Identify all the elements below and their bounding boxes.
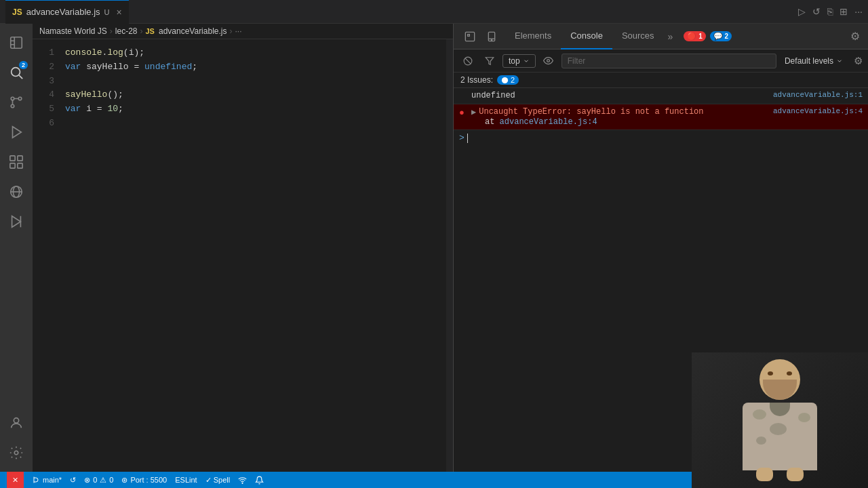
svg-point-28 [242, 483, 243, 483]
svg-point-25 [547, 60, 550, 62]
token-var1: var [65, 60, 86, 75]
run-button[interactable]: ▷ [798, 6, 806, 17]
devtools-settings-button[interactable]: ⚙ [845, 30, 865, 43]
eslint-label: ESLint [175, 476, 197, 484]
layout-button[interactable]: ⊞ [840, 6, 848, 17]
svg-point-4 [18, 97, 22, 100]
warning-count: 0 [109, 476, 113, 484]
error-circle-icon: ● [459, 108, 465, 118]
breadcrumb: Namaste World JS › lec-28 › JS advanceVa… [33, 24, 453, 39]
breadcrumb-file-icon: JS [146, 27, 155, 35]
sidebar-item-search[interactable]: 2 [3, 59, 30, 86]
search-badge: 2 [19, 61, 28, 69]
sidebar-item-run[interactable] [3, 119, 30, 146]
sidebar-item-live[interactable] [3, 208, 30, 235]
breadcrumb-more[interactable]: ··· [235, 26, 241, 36]
svg-point-3 [11, 97, 14, 100]
port-label: Port : 5500 [130, 476, 167, 484]
port-icon: ⊛ [121, 476, 127, 485]
more-actions-button[interactable]: ··· [854, 6, 863, 17]
status-error-indicator[interactable]: ✕ [7, 472, 24, 488]
tab-actions: ▷ ↺ ⎘ ⊞ ··· [798, 6, 863, 17]
status-sync[interactable]: ↺ [70, 476, 76, 485]
editor-tab[interactable]: JS advanceVariable.js U × [5, 0, 129, 24]
sidebar-item-account[interactable] [3, 409, 30, 436]
devtools-tab-sources[interactable]: Sources [612, 24, 664, 49]
code-line-5: var i = 10; [65, 102, 446, 117]
sidebar-item-remote[interactable] [3, 178, 30, 205]
tab-close-button[interactable]: × [117, 7, 122, 18]
person-hands [756, 468, 804, 472]
status-wifi[interactable] [238, 476, 247, 485]
code-line-2: var sayHello = undefined; [65, 60, 446, 75]
filter-toggle-button[interactable] [481, 52, 498, 70]
devtools-icons-left [456, 27, 505, 46]
default-levels-dropdown[interactable]: Default levels [781, 55, 847, 67]
error-row-icon: ● [459, 107, 471, 118]
sidebar-item-extensions[interactable] [3, 148, 30, 176]
sidebar-item-settings[interactable] [3, 439, 30, 466]
breadcrumb-root[interactable]: Namaste World JS [39, 26, 107, 36]
token-num: 10 [107, 102, 118, 117]
split-button[interactable]: ⎘ [827, 6, 833, 17]
status-branch[interactable]: main* [32, 476, 62, 484]
devtools-more-tabs[interactable]: » [664, 31, 677, 42]
svg-marker-24 [486, 57, 494, 64]
console-prompt-row[interactable]: > [454, 130, 868, 146]
code-line-4: sayHello(); [65, 88, 446, 102]
error-icon-status: ⊗ [84, 476, 90, 485]
devtools-tab-elements[interactable]: Elements [505, 24, 561, 49]
person-figure [726, 359, 834, 472]
video-person [692, 352, 868, 472]
devtools-tabs: Elements Console Sources » 🔴 1 💬 2 ⚙ [454, 24, 868, 49]
context-dropdown[interactable]: top [502, 54, 536, 68]
sidebar-bottom [3, 409, 30, 472]
video-overlay [692, 352, 868, 472]
devtools-device-icon[interactable] [482, 27, 501, 46]
person-body [743, 403, 817, 470]
token-console: console [65, 46, 102, 60]
branch-label: main* [43, 476, 62, 484]
error-at-location[interactable]: advanceVariable.js:4 [500, 117, 597, 127]
revert-button[interactable]: ↺ [812, 6, 821, 17]
code-editor[interactable]: 1 2 3 4 5 6 console.log(i); var sayHello… [33, 39, 453, 472]
editor-scrollbar[interactable] [446, 39, 453, 472]
svg-point-21 [491, 39, 492, 40]
token-undefined: undefined [144, 60, 192, 75]
devtools-tab-group: Elements Console Sources [505, 24, 664, 49]
console-settings-button[interactable]: ⚙ [854, 55, 863, 67]
console-row-error: ● ▶ Uncaught TypeError: sayHello is not … [454, 104, 868, 130]
devtools-panel: Elements Console Sources » 🔴 1 💬 2 ⚙ [453, 24, 868, 472]
code-content[interactable]: console.log(i); var sayHello = undefined… [60, 39, 446, 472]
token-var2: var [65, 102, 86, 117]
default-levels-label: Default levels [785, 56, 833, 66]
console-row-location-1[interactable]: advanceVariable.js:1 [773, 91, 863, 99]
eye-icon[interactable] [540, 52, 557, 70]
tab-modified-indicator: U [104, 8, 110, 16]
svg-marker-14 [12, 216, 21, 228]
breadcrumb-folder[interactable]: lec-28 [115, 26, 138, 36]
sidebar-item-files[interactable] [3, 29, 30, 56]
clear-console-button[interactable] [459, 52, 477, 70]
tab-bar: JS advanceVariable.js U × ▷ ↺ ⎘ ⊞ ··· [0, 0, 868, 24]
error-expand-button[interactable]: ▶ [471, 107, 476, 117]
status-eslint[interactable]: ESLint [175, 476, 197, 484]
token-log: log [107, 46, 123, 60]
status-spell[interactable]: ✓ Spell [205, 476, 231, 485]
filter-input[interactable] [561, 54, 776, 68]
status-port[interactable]: ⊛ Port : 5500 [121, 476, 167, 485]
sidebar-item-git[interactable] [3, 89, 30, 116]
issues-badge[interactable]: 2 [497, 75, 519, 85]
svg-point-17 [14, 451, 18, 455]
devtools-inspect-icon[interactable] [460, 27, 479, 46]
status-bell[interactable] [255, 476, 264, 485]
svg-point-26 [502, 77, 508, 83]
line-numbers: 1 2 3 4 5 6 [33, 39, 60, 472]
devtools-tab-console[interactable]: Console [561, 24, 612, 49]
console-row-location-2[interactable]: advanceVariable.js:4 [773, 107, 863, 115]
status-errors[interactable]: ⊗ 0 ⚠ 0 [84, 476, 113, 485]
error-main-line: ▶ Uncaught TypeError: sayHello is not a … [471, 107, 768, 117]
breadcrumb-file[interactable]: advanceVariable.js [159, 26, 227, 36]
sync-icon: ↺ [70, 476, 76, 485]
error-row-content: ▶ Uncaught TypeError: sayHello is not a … [471, 107, 768, 127]
